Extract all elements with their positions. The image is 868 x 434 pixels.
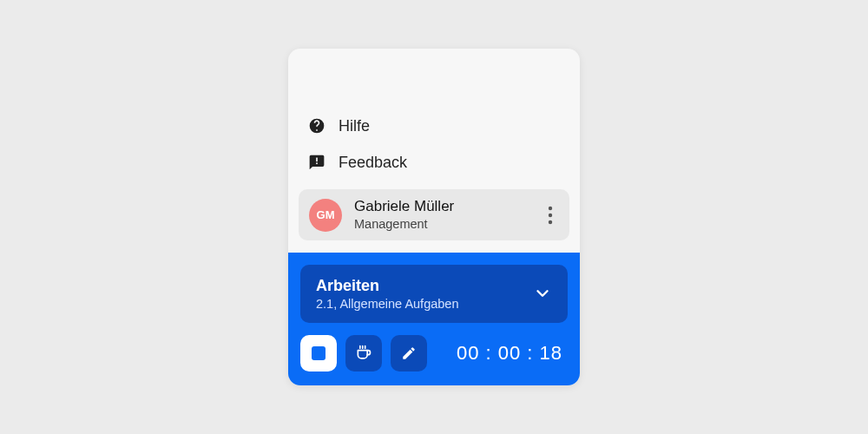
timer-display: 00 : 00 : 18 bbox=[436, 342, 568, 365]
feedback-icon bbox=[307, 153, 326, 172]
feedback-label: Feedback bbox=[339, 154, 407, 172]
popup-card: Hilfe Feedback GM Gabriele Müller Manage… bbox=[288, 49, 580, 385]
task-text: Arbeiten 2.1, Allgemeine Aufgaben bbox=[316, 277, 458, 311]
avatar-initials: GM bbox=[317, 208, 335, 221]
pencil-icon bbox=[401, 345, 417, 361]
svg-point-3 bbox=[549, 206, 552, 209]
svg-rect-1 bbox=[316, 158, 318, 162]
svg-point-5 bbox=[549, 220, 552, 223]
svg-rect-2 bbox=[316, 163, 318, 165]
more-options-button[interactable] bbox=[538, 200, 562, 231]
stop-icon bbox=[312, 346, 326, 360]
task-subtitle: 2.1, Allgemeine Aufgaben bbox=[316, 297, 458, 311]
help-label: Hilfe bbox=[339, 117, 370, 135]
help-icon bbox=[307, 116, 326, 135]
coffee-icon bbox=[355, 345, 372, 362]
stop-button[interactable] bbox=[300, 335, 337, 372]
user-row[interactable]: GM Gabriele Müller Management bbox=[299, 189, 569, 240]
edit-button[interactable] bbox=[391, 335, 427, 372]
user-name: Gabriele Müller bbox=[354, 198, 526, 215]
task-title: Arbeiten bbox=[316, 277, 458, 295]
user-text: Gabriele Müller Management bbox=[354, 198, 526, 232]
help-menu-item[interactable]: Hilfe bbox=[288, 108, 580, 144]
svg-point-4 bbox=[549, 213, 552, 216]
timer-panel: Arbeiten 2.1, Allgemeine Aufgaben bbox=[288, 253, 580, 385]
header-spacer bbox=[288, 49, 580, 108]
chevron-down-icon bbox=[533, 284, 552, 303]
user-role: Management bbox=[354, 217, 526, 232]
task-selector[interactable]: Arbeiten 2.1, Allgemeine Aufgaben bbox=[300, 265, 568, 323]
break-button[interactable] bbox=[345, 335, 382, 372]
timer-controls: 00 : 00 : 18 bbox=[300, 335, 568, 372]
feedback-menu-item[interactable]: Feedback bbox=[288, 144, 580, 181]
avatar: GM bbox=[309, 199, 342, 232]
